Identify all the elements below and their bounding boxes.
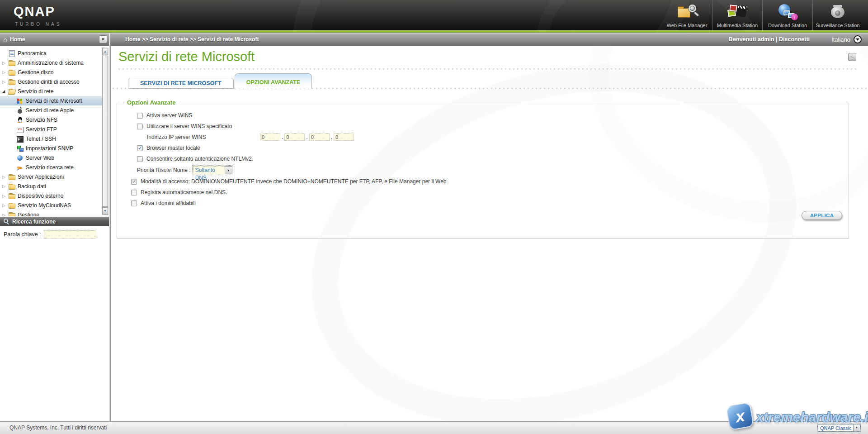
sidebar-collapse-button[interactable]: « xyxy=(99,35,107,43)
welcome-logout-text[interactable]: Benvenuti admin | Disconnetti xyxy=(729,36,810,43)
name-priority-label: Priorità Risolvi Nome : xyxy=(137,167,191,173)
form-row: Attiva server WINS xyxy=(117,112,849,119)
checkbox-attiva-server-wins[interactable] xyxy=(137,113,143,119)
sidebar-item-gestione-diritti-di-accesso[interactable]: ▷Gestione diritti di accesso xyxy=(0,77,102,86)
green-accent-band xyxy=(0,30,868,33)
tab-bar: SERVIZI DI RETE MICROSOFTOPZIONI AVANZAT… xyxy=(128,73,312,89)
dropdown-arrow-icon[interactable]: ▼ xyxy=(225,166,232,174)
checkbox-registra-automaticamente-nel-dns[interactable] xyxy=(131,190,137,196)
sidebar-item-servizio-ftp[interactable]: Servizio FTP xyxy=(0,124,102,134)
logo-subtitle: TURBO NAS xyxy=(15,22,61,27)
sidebar-title: Home xyxy=(10,36,25,43)
sidebar-item-label: Server Applicazioni xyxy=(18,174,64,180)
sidebar-item-label: Servizio ricerca rete xyxy=(26,164,74,171)
expand-arrow-icon[interactable]: ▷ xyxy=(2,61,8,65)
folder-open-icon xyxy=(8,88,15,95)
name-priority-select[interactable]: Soltanto DNS▼ xyxy=(193,166,232,174)
tab-opzioni-avanzate[interactable]: OPZIONI AVANZATE xyxy=(235,73,312,89)
apply-button[interactable]: APPLICA xyxy=(802,211,842,220)
station-web-file-manager[interactable]: Web File Manager xyxy=(662,0,712,30)
sidebar-item-label: Impostazioni SNMP xyxy=(26,145,73,152)
theme-selector[interactable]: QNAP Classic ▼ xyxy=(818,424,860,432)
expand-arrow-icon[interactable]: ▷ xyxy=(2,203,8,208)
scroll-down-button[interactable]: ▼ xyxy=(102,207,108,215)
breadcrumb[interactable]: Home >> Servizio di rete >> Servizi di r… xyxy=(125,36,259,43)
checkbox-browser-master-locale[interactable] xyxy=(137,145,143,151)
checkbox-consentire-soltanto-autenticazione-ntlmv[interactable] xyxy=(137,156,143,162)
station-label: Surveillance Station xyxy=(816,23,859,28)
sidebar-item-dispositivo-esterno[interactable]: ▷Dispositivo esterno xyxy=(0,191,102,200)
form-row: Modalità di accesso: DOMINIO\NOMEUTENTE … xyxy=(117,178,849,185)
expand-arrow-icon[interactable]: ▷ xyxy=(2,80,8,84)
magnifier-handle xyxy=(694,12,699,16)
station-multimedia-station[interactable]: Multimedia Station xyxy=(712,0,762,30)
sidebar-item-amministrazione-di-sistema[interactable]: ▷Amministrazione di sistema xyxy=(0,58,102,67)
form-row: Browser master locale xyxy=(117,144,849,152)
sidebar-item-server-web[interactable]: Server Web xyxy=(0,153,102,162)
tree-scrollbar[interactable]: ▲ ▼ xyxy=(102,48,108,215)
scrollbar-thumb[interactable] xyxy=(102,56,108,207)
folder-icon xyxy=(8,183,15,190)
expand-arrow-icon[interactable]: ▷ xyxy=(2,70,8,75)
checkbox-label: Browser master locale xyxy=(146,145,200,151)
magnifier-icon xyxy=(4,219,9,224)
sidebar-item-servizio-ricerca-rete[interactable]: Servizio ricerca rete xyxy=(0,162,102,172)
checkbox-attiva-i-domini-affidabili[interactable] xyxy=(131,200,137,206)
surveillance-station-icon xyxy=(827,4,849,22)
checkbox-label: Consentire soltanto autenticazione NTLMv… xyxy=(146,156,253,162)
tab-servizi-di-rete-microsoft[interactable]: SERVIZI DI RETE MICROSOFT xyxy=(128,78,234,89)
station-surveillance-station[interactable]: Surveillance Station xyxy=(812,0,863,30)
folder-icon xyxy=(8,202,15,209)
language-selector[interactable]: Italiano xyxy=(831,36,861,43)
checkbox-label: Registra automaticamente nel DNS. xyxy=(141,189,227,196)
keyword-input[interactable] xyxy=(44,230,96,238)
sidebar-item-label: Dispositivo esterno xyxy=(18,193,63,199)
sidebar-item-backup-dati[interactable]: ▷Backup dati xyxy=(0,181,102,191)
sidebar-item-impostazioni-snmp[interactable]: Impostazioni SNMP xyxy=(0,143,102,153)
expand-arrow-icon[interactable]: ▷ xyxy=(2,184,8,189)
form-row: Indirizzo IP server WINS0.0.0.0 xyxy=(117,134,849,141)
checkbox-modalit-di-accesso-dominio-nomeutente-in xyxy=(131,179,137,185)
folder-icon xyxy=(8,78,15,86)
checkbox-label: Attiva server WINS xyxy=(146,112,192,119)
sidebar-item-label: Servizio FTP xyxy=(26,126,57,133)
sidebar-item-servizi-di-rete-microsoft[interactable]: Servizi di rete Microsoft xyxy=(0,96,102,105)
photo-shape xyxy=(729,5,737,12)
sidebar-item-label: Server Web xyxy=(26,155,54,161)
expand-arrow-icon[interactable]: ▷ xyxy=(2,175,8,179)
form-rows: Attiva server WINSUtilizzare il server W… xyxy=(117,103,849,207)
sidebar-item-label: Backup dati xyxy=(18,183,46,190)
theme-dropdown-arrow-icon[interactable]: ▼ xyxy=(853,424,860,431)
sidebar-item-label: Servizio di rete xyxy=(18,88,53,95)
collapse-arrow-icon[interactable]: ◢ xyxy=(2,89,8,93)
language-dropdown-icon[interactable] xyxy=(854,36,861,43)
sidebar-item-panoramica[interactable]: Panoramica xyxy=(0,48,102,58)
sidebar-item-telnet-ssh[interactable]: Telnet / SSH xyxy=(0,134,102,143)
sidebar-item-servizio-di-rete[interactable]: ◢Servizio di rete xyxy=(0,86,102,96)
station-download-station[interactable]: Download Station xyxy=(762,0,812,30)
sidebar-item-gestione[interactable]: ▷Gestione xyxy=(0,210,102,216)
top-strip: ⌂ Home « Home >> Servizio di rete >> Ser… xyxy=(0,33,868,46)
web-file-manager-icon xyxy=(676,4,698,22)
sidebar-item-server-applicazioni[interactable]: ▷Server Applicazioni xyxy=(0,172,102,181)
sidebar-item-gestione-disco[interactable]: ▷Gestione disco xyxy=(0,67,102,77)
station-label: Multimedia Station xyxy=(717,23,758,28)
ip-address-label: Indirizzo IP server WINS xyxy=(147,134,260,140)
scroll-up-button[interactable]: ▲ xyxy=(102,48,108,55)
tux-icon xyxy=(16,116,24,124)
expand-arrow-icon[interactable]: ▷ xyxy=(2,213,8,217)
checkbox-utilizzare-il-server-wins-specificato[interactable] xyxy=(137,124,143,129)
ip-octet-input[interactable]: 0 xyxy=(260,134,280,141)
help-button[interactable]: ? xyxy=(848,53,856,61)
ip-octet-input[interactable]: 0 xyxy=(334,134,354,141)
sidebar-item-label: Gestione diritti di accesso xyxy=(18,79,80,85)
sidebar-item-servizi-di-rete-apple[interactable]: Servizi di rete Apple xyxy=(0,105,102,115)
expand-arrow-icon[interactable]: ▷ xyxy=(2,194,8,198)
folder-icon xyxy=(8,173,15,181)
sidebar-item-label: Amministrazione di sistema xyxy=(18,60,84,66)
ip-octet-input[interactable]: 0 xyxy=(284,134,305,141)
ip-octet-input[interactable]: 0 xyxy=(309,134,330,141)
sidebar-item-servizio-mycloudnas[interactable]: ▷Servizio MyCloudNAS xyxy=(0,200,102,210)
sidebar-item-servizio-nfs[interactable]: Servizio NFS xyxy=(0,115,102,124)
language-label: Italiano xyxy=(831,36,850,43)
